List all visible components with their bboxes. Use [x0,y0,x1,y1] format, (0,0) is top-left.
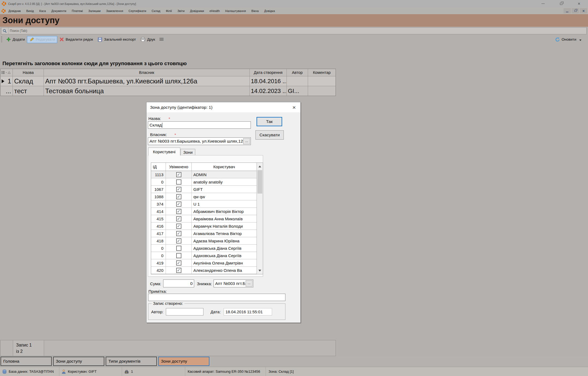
menu-item[interactable]: Платежі [69,7,86,14]
cell-comment[interactable] [308,76,336,86]
search-input[interactable]: Поиск (Tab) [1,27,587,34]
user-row[interactable]: 417✓Агамалієва Тетяна Віктор [151,230,257,237]
export-button[interactable]: Загальний експорт [95,36,138,43]
cell-owner[interactable]: Апт №003 пгт.Барышевка, ул.Киевский шлях… [44,76,250,86]
users-column-id[interactable]: ІД [151,163,166,171]
toolbar-grip[interactable] [1,36,2,43]
mdi-minimize-button[interactable] [563,8,571,13]
cancel-button[interactable]: Скасувати [255,130,284,140]
cell-name[interactable]: Склад [13,76,44,86]
column-header-date[interactable]: Дата створення [250,69,287,76]
user-enabled-checkbox[interactable]: ✓ [176,231,181,236]
user-row[interactable]: 420✓Александренко Олена Ва [151,267,257,274]
user-enabled-checkbox[interactable]: ✓ [176,216,181,221]
column-header-owner[interactable]: Власник [44,69,250,76]
menu-item[interactable]: Звіти [175,7,187,14]
menu-item[interactable]: Замовлення [103,7,126,14]
user-enabled-checkbox[interactable]: ✓ [176,201,181,207]
user-enabled-checkbox[interactable]: ✓ [176,187,181,192]
dialog-close-button[interactable]: × [288,102,300,112]
user-name-cell[interactable]: Адаєва Марина Юріївна [192,237,257,244]
add-button[interactable]: Додати [4,36,27,43]
user-enabled-checkbox[interactable]: ✓ [176,268,181,273]
user-enabled-checkbox[interactable] [176,179,181,185]
user-enabled-checkbox[interactable]: ✓ [176,238,181,243]
user-id-cell[interactable]: 0 [151,178,166,185]
user-enabled-checkbox[interactable]: ✓ [176,194,181,199]
menu-item[interactable]: Сертифікати [126,7,149,14]
user-id-cell[interactable]: 418 [151,237,166,244]
user-id-cell[interactable]: 0 [151,245,166,252]
menu-item[interactable]: Документи [48,7,69,14]
menu-item[interactable]: Довідники [187,7,207,14]
user-name-cell[interactable]: ADMIN [192,171,257,178]
row-indicator-cell[interactable]: 1 [1,76,13,86]
author-field[interactable] [166,308,203,315]
menu-item[interactable]: Вікна [249,7,261,14]
user-id-cell[interactable]: 419 [151,259,166,266]
scrollbar-thumb[interactable] [257,170,262,194]
user-name-cell[interactable]: Акулініна Олена Дмитрівн [192,259,257,266]
ok-button[interactable]: Так [257,117,282,126]
user-id-cell[interactable]: 1067 [151,186,166,193]
name-field[interactable]: Склад [148,121,251,129]
owner-field[interactable]: Апт №003 пгт.Барышевка, ул.Киевский шлях… [148,137,251,145]
table-row[interactable]: 1СкладАпт №003 пгт.Барышевка, ул.Киевски… [1,76,336,86]
mdi-close-button[interactable]: × [580,8,587,13]
window-tab[interactable]: Типи документів [106,357,157,366]
user-name-cell[interactable]: Авраімова Анна Миколаїв [192,215,257,222]
user-enabled-checkbox[interactable]: ✓ [176,209,181,214]
row-indicator-column-header[interactable] [1,69,13,76]
discount-browse-button[interactable]: ... [246,280,252,287]
user-id-cell[interactable]: 416 [151,222,166,230]
owner-browse-button[interactable]: ... [243,138,250,144]
mdi-restore-button[interactable] [572,8,579,13]
user-name-cell[interactable]: Абрамович Вікторія Віктор [192,208,257,215]
users-scrollbar[interactable] [257,163,263,274]
user-name-cell[interactable]: Адаховська Діана Сергіїв [192,245,257,252]
menu-item[interactable]: Склад [149,7,163,14]
user-row[interactable]: 0anatoliy anatoliy [151,178,257,186]
user-row[interactable]: 419✓Акулініна Олена Дмитрівн [151,259,257,267]
user-name-cell[interactable]: anatoliy anatoliy [192,178,257,185]
user-row[interactable]: 374✓U 1 [151,200,257,208]
user-id-cell[interactable]: 417 [151,230,166,237]
column-header-name[interactable]: Назва [13,69,44,76]
user-id-cell[interactable]: 1088 [151,193,166,200]
cell-name[interactable]: тест [13,86,44,96]
window-tab[interactable]: Головна [1,357,52,366]
user-id-cell[interactable]: 420 [151,267,166,274]
window-tab[interactable]: Зони доступу [53,357,104,366]
menu-item[interactable]: Налаштування [223,7,249,14]
user-row[interactable]: 416✓Аврамчук Наталія Володи [151,222,257,230]
menu-item[interactable]: Довідник [6,7,23,14]
user-name-cell[interactable]: Адаховська Діана Сергіїв [192,252,257,259]
user-row[interactable]: 415✓Авраімова Анна Миколаїв [151,215,257,222]
row-indicator-cell[interactable]: ... [1,86,13,96]
column-chooser-button[interactable] [157,36,166,43]
cell-date[interactable]: 14.02.2023 ... [250,86,287,96]
user-row[interactable]: 1113✓ADMIN [151,171,257,178]
user-row[interactable]: 418✓Адаєва Марина Юріївна [151,237,257,245]
user-enabled-checkbox[interactable]: ✓ [176,224,181,229]
users-column-user[interactable]: Користувач [192,163,257,171]
menu-item[interactable]: Філії [163,7,175,14]
user-row[interactable]: 1088✓qw qw [151,193,257,200]
cell-date[interactable]: 18.04.2016 ... [250,76,287,86]
cell-author[interactable]: GI... [287,86,308,96]
column-header-comment[interactable]: Коментар [308,69,336,76]
user-row[interactable]: 414✓Абрамович Вікторія Віктор [151,208,257,215]
cell-owner[interactable]: Тестовая больница [44,86,250,96]
column-header-author[interactable]: Автор [287,69,308,76]
edit-button[interactable]: Редагувати [27,36,57,43]
discount-field[interactable]: Апт №003 пгт.Б ... [214,279,253,287]
menu-item[interactable]: Вихід [23,7,36,14]
user-name-cell[interactable]: Агамалієва Тетяна Віктор [192,230,257,237]
user-enabled-checkbox[interactable]: ✓ [176,172,181,177]
user-name-cell[interactable]: qw qw [192,193,257,200]
tab-zones[interactable]: Зони [181,149,195,155]
window-tab[interactable]: Зони доступу [158,357,209,366]
user-enabled-checkbox[interactable] [176,246,181,251]
menu-item[interactable]: Довідка [261,7,278,14]
menu-item[interactable]: eHealth [207,7,223,14]
